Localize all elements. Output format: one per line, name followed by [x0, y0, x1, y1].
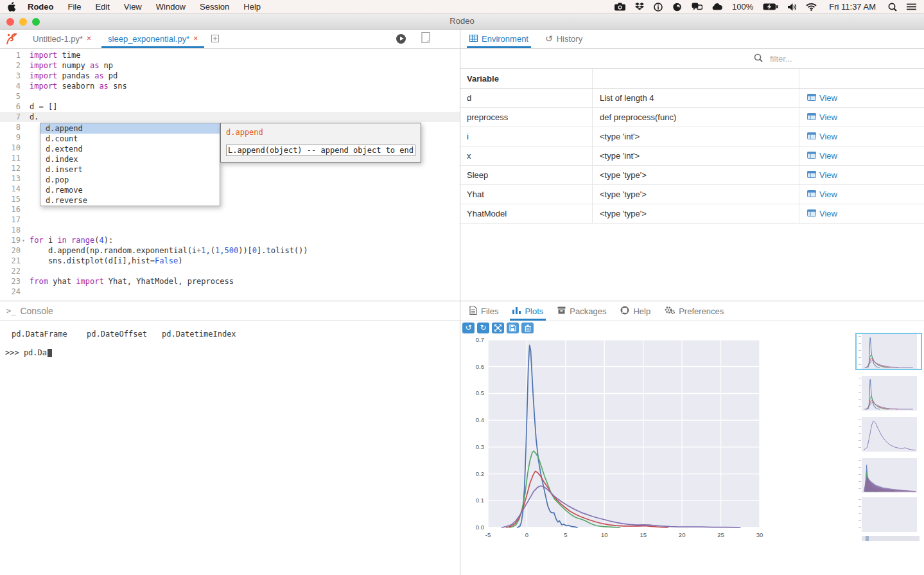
pane-divider[interactable] — [460, 29, 460, 575]
menu-view[interactable]: View — [124, 2, 142, 12]
rodeo-logo-icon — [5, 32, 18, 45]
chat-bubbles-icon[interactable] — [692, 3, 702, 11]
console-prompt[interactable]: >>> pd.Da — [5, 348, 47, 357]
close-window-button[interactable] — [6, 18, 14, 26]
menubar-clock[interactable]: Fri 11:37 AM — [829, 2, 876, 12]
code-line[interactable]: 2import numpy as np — [0, 60, 460, 71]
code-line[interactable]: 7d. — [0, 112, 460, 122]
line-number: 14 — [0, 184, 30, 194]
dropbox-icon[interactable] — [635, 3, 644, 11]
cloud-icon[interactable] — [712, 3, 722, 10]
save-plot-button[interactable] — [507, 323, 519, 333]
tab-history[interactable]: ↺History — [545, 29, 582, 48]
tab-files[interactable]: Files — [469, 301, 498, 321]
plot-thumbnail[interactable] — [855, 416, 922, 453]
menu-rodeo[interactable]: Rodeo — [28, 2, 53, 12]
tab-plots[interactable]: Plots — [512, 301, 543, 321]
menu-window[interactable]: Window — [156, 2, 186, 12]
delete-plot-button[interactable] — [521, 323, 534, 333]
console-suggestion[interactable]: pd.DataFrame — [12, 330, 87, 339]
minimize-window-button[interactable] — [19, 18, 27, 26]
code-line[interactable]: 17 — [0, 215, 460, 225]
menu-help[interactable]: Help — [243, 2, 261, 12]
autocomplete-item[interactable]: d.append — [40, 123, 220, 134]
creative-cloud-icon[interactable] — [672, 3, 682, 12]
notification-center-icon[interactable] — [907, 3, 916, 10]
code-line[interactable]: 1import time — [0, 50, 460, 60]
new-file-icon[interactable] — [421, 32, 430, 46]
undo-plot-button[interactable]: ↺ — [462, 323, 475, 333]
editor-tab-untitled-1-py-[interactable]: Untitled-1.py*× — [24, 29, 100, 48]
code-line[interactable]: 4import seaborn as sns — [0, 81, 460, 91]
menu-file[interactable]: File — [67, 2, 81, 12]
plot-thumbnail[interactable] — [855, 375, 922, 412]
redo-plot-button[interactable]: ↻ — [477, 323, 489, 333]
code-text: import seaborn as sns — [30, 81, 127, 91]
code-text: import time — [30, 50, 80, 60]
volume-icon[interactable] — [788, 3, 796, 11]
autocomplete-item[interactable]: d.pop — [40, 175, 220, 185]
menu-session[interactable]: Session — [200, 2, 229, 12]
fold-arrow-icon[interactable]: ▾ — [22, 236, 25, 246]
wifi-icon[interactable] — [806, 3, 817, 11]
console-output[interactable]: pd.DataFramepd.DateOffsetpd.DatetimeInde… — [0, 330, 460, 357]
autocomplete-item[interactable]: d.index — [40, 154, 220, 164]
line-number: 2 — [0, 60, 30, 71]
code-line[interactable]: 19▾for i in range(4): — [0, 235, 460, 245]
run-script-button[interactable] — [396, 34, 406, 44]
environment-filter-input[interactable] — [769, 53, 842, 64]
view-link[interactable]: View — [807, 170, 837, 180]
camera-icon[interactable] — [615, 3, 625, 11]
console-suggestion[interactable]: pd.DateOffset — [87, 330, 162, 339]
plot-thumbnail-partial[interactable] — [862, 536, 920, 541]
plot-thumbnail[interactable] — [855, 333, 922, 370]
code-line[interactable]: 3import pandas as pd — [0, 71, 460, 81]
line-number: 11 — [0, 153, 30, 163]
close-tab-icon[interactable]: × — [87, 34, 91, 43]
expand-plot-button[interactable] — [492, 323, 504, 333]
code-line[interactable]: 20 d.append(np.random.exponential(i+1,(1… — [0, 245, 460, 256]
svg-text:0.1: 0.1 — [476, 497, 484, 504]
battery-icon[interactable] — [763, 3, 778, 10]
autocomplete-item[interactable]: d.extend — [40, 144, 220, 154]
code-line[interactable]: 24 — [0, 287, 460, 297]
code-line[interactable]: 23from yhat import Yhat, YhatModel, prep… — [0, 276, 460, 287]
new-tab-button[interactable] — [211, 35, 219, 42]
console-suggestion[interactable]: pd.DatetimeIndex — [162, 330, 237, 339]
tab-help[interactable]: Help — [620, 301, 650, 321]
plots-pane: FilesPlotsPackagesHelpPreferences ↺↻ -50… — [460, 301, 924, 575]
autocomplete-item[interactable]: d.remove — [40, 185, 220, 195]
code-line[interactable]: 22 — [0, 266, 460, 276]
tab-packages[interactable]: Packages — [557, 301, 606, 321]
view-link[interactable]: View — [807, 209, 837, 218]
autocomplete-item[interactable]: d.reverse — [40, 195, 220, 206]
code-line[interactable]: 21 sns.distplot(d[i],hist=False) — [0, 256, 460, 266]
code-line[interactable]: 5 — [0, 91, 460, 102]
menu-edit[interactable]: Edit — [95, 2, 109, 12]
view-link[interactable]: View — [807, 112, 837, 122]
variable-action: View — [799, 190, 924, 199]
view-link[interactable]: View — [807, 132, 837, 141]
zoom-window-button[interactable] — [32, 18, 40, 26]
spotlight-search-icon[interactable] — [888, 3, 897, 12]
view-link[interactable]: View — [807, 151, 837, 161]
apple-menu-icon[interactable] — [8, 2, 16, 12]
editor-tab-sleep-exponential-py-[interactable]: sleep_exponential.py*× — [100, 29, 206, 48]
autocomplete-item[interactable]: d.insert — [40, 164, 220, 175]
code-editor[interactable]: 1import time2import numpy as np3import p… — [0, 49, 460, 302]
plot-thumbnail[interactable] — [855, 496, 922, 533]
code-line[interactable]: 6d = [] — [0, 102, 460, 112]
autocomplete-item[interactable]: d.count — [40, 134, 220, 144]
tab-preferences[interactable]: Preferences — [665, 301, 724, 321]
code-line[interactable]: 18 — [0, 225, 460, 235]
view-link[interactable]: View — [807, 190, 837, 199]
plot-thumbnail[interactable] — [855, 457, 922, 494]
line-number: 23 — [0, 276, 30, 287]
view-link[interactable]: View — [807, 93, 837, 103]
svg-text:-5: -5 — [485, 531, 491, 538]
info-circle-icon[interactable] — [654, 3, 663, 12]
table-view-icon — [807, 151, 816, 161]
tab-environment[interactable]: Environment — [469, 29, 528, 48]
close-tab-icon[interactable]: × — [193, 34, 198, 43]
table-row: YhatModel<type 'type'>View — [460, 204, 924, 224]
